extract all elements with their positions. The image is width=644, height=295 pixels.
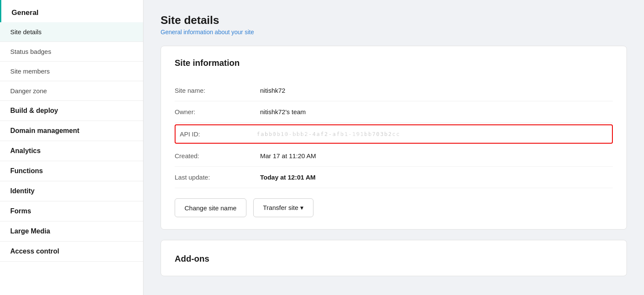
add-ons-title: Add-ons: [175, 252, 613, 264]
last-update-value: Today at 12:01 AM: [260, 174, 316, 181]
change-site-name-button[interactable]: Change site name: [175, 198, 246, 217]
sidebar: General Site details Status badges Site …: [0, 0, 143, 295]
created-label: Created:: [175, 152, 260, 159]
site-information-title: Site information: [175, 58, 613, 68]
transfer-site-button[interactable]: Transfer site ▾: [253, 198, 313, 217]
sidebar-item-status-badges[interactable]: Status badges: [0, 42, 143, 62]
api-id-label: API ID:: [180, 130, 257, 138]
api-id-value: fabb0b10-bbb2-4af2-afb1-191bb703b2cc: [257, 131, 400, 137]
last-update-label: Last update:: [175, 174, 260, 181]
sidebar-group-domain-management[interactable]: Domain management: [0, 121, 143, 141]
sidebar-item-site-details[interactable]: Site details: [0, 22, 143, 42]
sidebar-group-identity[interactable]: Identity: [0, 181, 143, 201]
page-title: Site details: [161, 14, 627, 27]
created-value: Mar 17 at 11:20 AM: [260, 152, 316, 159]
api-id-row: API ID: fabb0b10-bbb2-4af2-afb1-191bb703…: [175, 124, 613, 144]
sidebar-group-functions[interactable]: Functions: [0, 161, 143, 181]
owner-label: Owner:: [175, 108, 260, 115]
site-name-value: nitishk72: [260, 87, 285, 94]
site-information-card: Site information Site name: nitishk72 Ow…: [161, 46, 627, 230]
page-subtitle: General information about your site: [161, 29, 627, 35]
action-buttons: Change site name Transfer site ▾: [175, 198, 613, 217]
sidebar-group-build-deploy[interactable]: Build & deploy: [0, 101, 143, 121]
sidebar-section-general: General: [0, 0, 143, 22]
site-name-label: Site name:: [175, 87, 260, 94]
sidebar-group-large-media[interactable]: Large Media: [0, 221, 143, 242]
sidebar-group-analytics[interactable]: Analytics: [0, 141, 143, 161]
created-row: Created: Mar 17 at 11:20 AM: [175, 145, 613, 167]
sidebar-item-danger-zone[interactable]: Danger zone: [0, 81, 143, 101]
owner-row: Owner: nitishk72's team: [175, 101, 613, 123]
site-name-row: Site name: nitishk72: [175, 80, 613, 101]
owner-value: nitishk72's team: [260, 108, 306, 115]
main-content: Site details General information about y…: [143, 0, 644, 295]
sidebar-item-site-members[interactable]: Site members: [0, 62, 143, 81]
add-ons-card: Add-ons: [161, 240, 627, 276]
sidebar-group-forms[interactable]: Forms: [0, 201, 143, 221]
last-update-row: Last update: Today at 12:01 AM: [175, 167, 613, 188]
sidebar-group-access-control[interactable]: Access control: [0, 242, 143, 262]
